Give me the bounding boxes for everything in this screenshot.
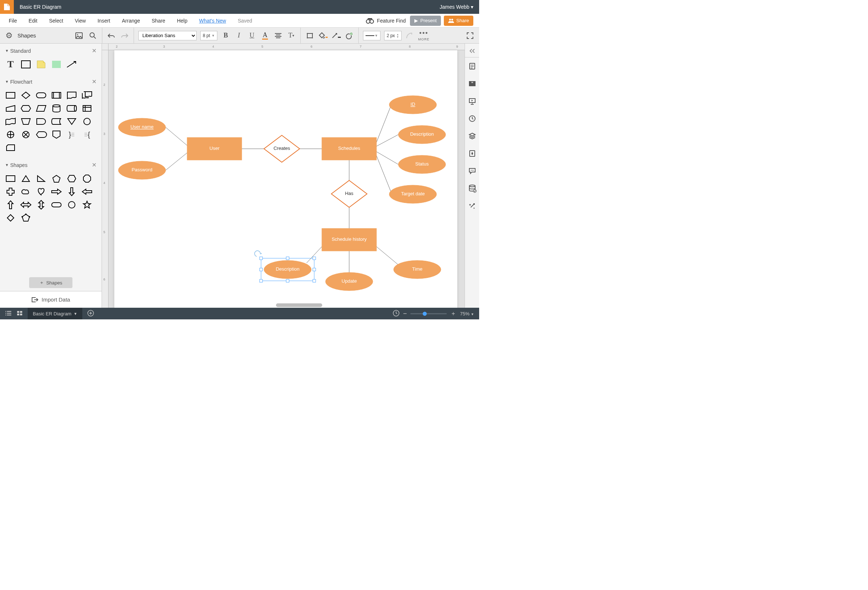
line-width-stepper[interactable]: 2 px ▲▼	[384, 31, 402, 40]
fc-offpage[interactable]	[51, 130, 62, 139]
app-logo[interactable]	[0, 0, 14, 14]
comment-quote-icon[interactable]: "	[465, 75, 480, 93]
fc-papertape[interactable]	[5, 117, 16, 126]
fc-storeddata[interactable]	[51, 117, 62, 126]
whats-new-link[interactable]: What's New	[193, 18, 232, 24]
diagram-page[interactable]: UserSchedulesSchedule historyCreatesHasU…	[114, 50, 457, 308]
fc-decision[interactable]	[21, 91, 31, 100]
search-icon[interactable]	[88, 31, 97, 40]
sh-heart[interactable]	[36, 187, 47, 196]
sh-rtriangle[interactable]	[36, 174, 47, 183]
sh-triangle[interactable]	[21, 174, 31, 183]
sh-cloud[interactable]	[21, 187, 31, 196]
block-shape[interactable]	[51, 60, 62, 69]
fc-note[interactable]: {	[81, 130, 93, 139]
fc-data[interactable]	[36, 104, 47, 113]
layers-icon[interactable]	[465, 127, 480, 145]
shape-frame-button[interactable]	[305, 31, 314, 40]
sparkle-icon[interactable]	[465, 197, 480, 215]
line-arrow-button[interactable]	[405, 31, 415, 40]
fc-connector[interactable]	[81, 117, 93, 126]
align-button[interactable]	[273, 31, 283, 40]
fc-merge[interactable]	[66, 117, 77, 126]
sh-hexagon[interactable]	[66, 174, 77, 183]
menu-help[interactable]: Help	[171, 18, 193, 24]
present-button[interactable]: ▶ Present	[410, 16, 441, 26]
section-flowchart[interactable]: ▼ Flowchart ✕	[0, 75, 102, 89]
fc-internalstorage[interactable]	[81, 104, 93, 113]
fc-manualop[interactable]	[21, 117, 31, 126]
canvas[interactable]: 2 3 4 5 6 7 8 9 2 3 4 5 6 UserSchedulesS…	[102, 44, 465, 308]
fc-directdata[interactable]	[66, 104, 77, 113]
database-icon[interactable]	[465, 180, 480, 197]
menu-select[interactable]: Select	[43, 18, 69, 24]
close-icon[interactable]: ✕	[92, 162, 96, 168]
fc-terminator[interactable]	[36, 91, 47, 100]
fc-bracket-right[interactable]: }	[66, 130, 77, 139]
resize-handle[interactable]	[260, 257, 263, 260]
sh-arrow-l[interactable]	[81, 187, 93, 196]
fc-process[interactable]	[5, 91, 16, 100]
menu-share[interactable]: Share	[146, 18, 171, 24]
fc-display[interactable]	[36, 130, 47, 139]
undo-button[interactable]	[107, 31, 116, 40]
user-menu[interactable]: James Webb ▾	[434, 4, 479, 10]
sh-arrow-d[interactable]	[66, 187, 77, 196]
gear-icon[interactable]: ⚙	[4, 31, 14, 40]
line-style-select[interactable]: ▼	[363, 31, 381, 40]
text-shape[interactable]: T	[5, 60, 16, 69]
close-icon[interactable]: ✕	[92, 78, 96, 85]
sh-polygon[interactable]	[21, 213, 31, 222]
sh-pill[interactable]	[51, 200, 62, 209]
sh-octagon[interactable]	[81, 174, 93, 183]
image-icon[interactable]	[74, 31, 84, 40]
add-page-button[interactable]	[82, 310, 99, 318]
font-size-stepper[interactable]: 8 pt▼	[200, 31, 217, 40]
share-button[interactable]: Share	[444, 16, 473, 26]
chat-icon[interactable]	[465, 162, 480, 180]
fc-card[interactable]	[5, 143, 16, 152]
arrow-shape[interactable]	[66, 60, 77, 69]
fc-document[interactable]	[66, 91, 77, 100]
sh-diamond[interactable]	[5, 213, 16, 222]
presentation-icon[interactable]	[465, 93, 480, 110]
resize-handle[interactable]	[313, 257, 316, 260]
clock-icon[interactable]	[465, 110, 480, 127]
resize-handle[interactable]	[260, 268, 263, 271]
menu-view[interactable]: View	[69, 18, 92, 24]
sh-rect[interactable]	[5, 174, 16, 183]
import-data-button[interactable]: Import Data	[0, 291, 102, 308]
fullscreen-button[interactable]	[465, 31, 475, 40]
rotate-handle[interactable]	[254, 251, 260, 256]
sh-circle[interactable]	[66, 200, 77, 209]
add-shapes-button[interactable]: ＋ Shapes	[29, 277, 72, 288]
autosave-icon[interactable]	[393, 310, 399, 318]
close-icon[interactable]: ✕	[92, 47, 96, 54]
collapse-rail-button[interactable]	[465, 47, 479, 57]
section-shapes[interactable]: ▼ Shapes ✕	[0, 158, 102, 172]
text-style-button[interactable]: T▾	[286, 31, 296, 40]
section-standard[interactable]: ▼ Standard ✕	[0, 44, 102, 58]
note-shape[interactable]	[36, 60, 47, 69]
droplet-icon[interactable]	[465, 145, 480, 162]
line-color-button[interactable]	[331, 31, 341, 40]
resize-handle[interactable]	[313, 268, 316, 271]
sh-star[interactable]	[81, 200, 93, 209]
horizontal-scrollbar[interactable]	[211, 303, 443, 307]
fc-delay[interactable]	[36, 117, 47, 126]
document-title[interactable]: Basic ER Diagram	[14, 4, 67, 10]
fc-summing[interactable]	[21, 130, 31, 139]
menu-insert[interactable]: Insert	[92, 18, 116, 24]
zoom-out-button[interactable]: −	[403, 310, 407, 318]
sh-arrow-ud[interactable]	[36, 200, 47, 209]
resize-handle[interactable]	[286, 257, 289, 260]
fc-database[interactable]	[51, 104, 62, 113]
zoom-level[interactable]: 75% ▼	[460, 311, 474, 316]
menu-file[interactable]: File	[3, 18, 23, 24]
menu-edit[interactable]: Edit	[23, 18, 43, 24]
zoom-slider[interactable]	[410, 313, 447, 314]
zoom-in-button[interactable]: ＋	[450, 310, 456, 318]
font-select[interactable]: Liberation Sans	[138, 31, 196, 40]
grid-icon[interactable]	[17, 310, 22, 317]
shape-options-button[interactable]	[344, 31, 354, 40]
